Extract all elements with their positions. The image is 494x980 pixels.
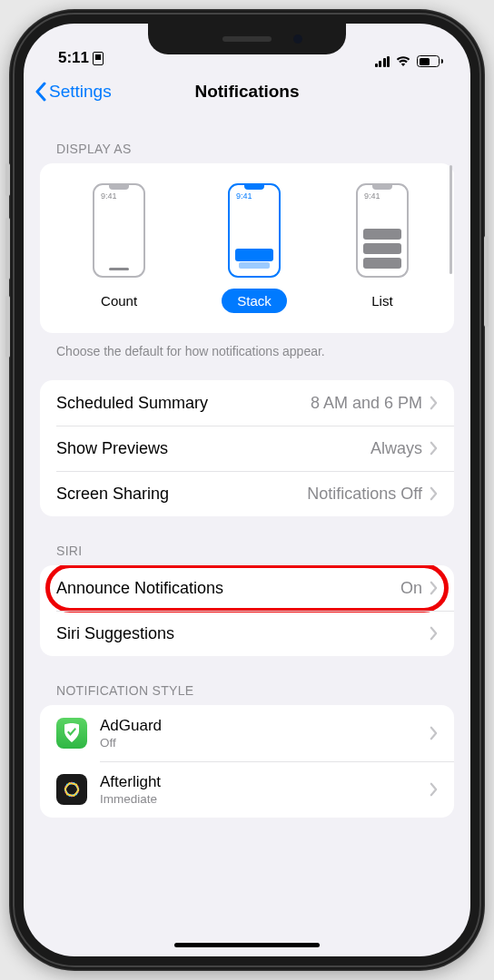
app-sub: Immediate: [100, 792, 417, 806]
scroll-indicator[interactable]: [450, 165, 452, 274]
section-header-siri: SIRI: [40, 516, 454, 565]
display-option-count[interactable]: 9:41 Count: [85, 183, 153, 313]
option-label-list: List: [356, 289, 408, 313]
power-button: [484, 236, 489, 327]
row-value: Always: [370, 439, 422, 458]
battery-icon: [417, 55, 443, 67]
preview-phone-list: 9:41: [356, 183, 409, 278]
display-option-list[interactable]: 9:41 List: [356, 183, 409, 313]
display-option-stack[interactable]: 9:41 Stack: [222, 183, 287, 313]
notch: [148, 24, 346, 54]
nav-bar: Settings Notifications: [24, 69, 470, 114]
content-scroll[interactable]: DISPLAY AS 9:41 Count 9:41: [24, 114, 470, 956]
wifi-icon: [395, 55, 411, 67]
row-value: On: [400, 579, 422, 598]
row-label: Scheduled Summary: [56, 394, 208, 413]
app-icon-afterlight: [56, 774, 87, 805]
status-time: 5:11: [58, 49, 89, 67]
chevron-right-icon: [430, 782, 438, 797]
row-scheduled-summary[interactable]: Scheduled Summary 8 AM and 6 PM: [40, 380, 454, 426]
row-siri-suggestions[interactable]: Siri Suggestions: [40, 611, 454, 656]
device-frame: 5:11 Settings Notificati: [9, 9, 485, 971]
notification-style-card: AdGuard Off Afterlight: [40, 705, 454, 818]
preview-phone-count: 9:41: [93, 183, 145, 278]
row-label: Announce Notifications: [56, 579, 223, 598]
app-icon-adguard: [56, 718, 87, 749]
mute-switch: [5, 163, 10, 196]
volume-down: [5, 296, 10, 358]
row-label: Show Previews: [56, 439, 168, 458]
home-indicator[interactable]: [174, 943, 320, 947]
row-announce-notifications[interactable]: Announce Notifications On: [40, 565, 454, 611]
display-as-card: 9:41 Count 9:41 Stack: [40, 163, 454, 333]
preview-phone-stack: 9:41: [228, 183, 281, 278]
cellular-icon: [375, 56, 390, 67]
row-show-previews[interactable]: Show Previews Always: [40, 426, 454, 471]
row-value: Notifications Off: [307, 485, 422, 504]
row-label: Screen Sharing: [56, 485, 169, 504]
app-name: Afterlight: [100, 773, 417, 791]
chevron-right-icon: [430, 726, 438, 740]
sim-icon: [93, 52, 104, 65]
row-label: Siri Suggestions: [56, 624, 174, 643]
row-screen-sharing[interactable]: Screen Sharing Notifications Off: [40, 471, 454, 516]
general-settings-card: Scheduled Summary 8 AM and 6 PM Show Pre…: [40, 380, 454, 516]
row-value: 8 AM and 6 PM: [311, 394, 422, 413]
screen: 5:11 Settings Notificati: [24, 24, 470, 956]
chevron-right-icon: [430, 396, 438, 410]
chevron-right-icon: [430, 626, 438, 641]
app-row-afterlight[interactable]: Afterlight Immediate: [40, 761, 454, 818]
siri-card: Announce Notifications On Siri Suggestio…: [40, 565, 454, 656]
option-label-stack: Stack: [222, 289, 287, 313]
chevron-right-icon: [430, 441, 438, 456]
app-sub: Off: [100, 736, 417, 750]
option-label-count: Count: [85, 289, 153, 313]
chevron-right-icon: [430, 486, 438, 501]
back-label: Settings: [49, 82, 112, 102]
back-button[interactable]: Settings: [35, 82, 112, 102]
chevron-left-icon: [35, 82, 47, 102]
chevron-right-icon: [430, 581, 438, 595]
app-name: AdGuard: [100, 717, 417, 735]
volume-up: [5, 218, 10, 279]
section-header-display-as: DISPLAY AS: [40, 114, 454, 163]
app-row-adguard[interactable]: AdGuard Off: [40, 705, 454, 761]
page-title: Notifications: [194, 82, 299, 102]
display-as-footer: Choose the default for how notifications…: [40, 333, 454, 358]
section-header-notification-style: NOTIFICATION STYLE: [40, 656, 454, 705]
